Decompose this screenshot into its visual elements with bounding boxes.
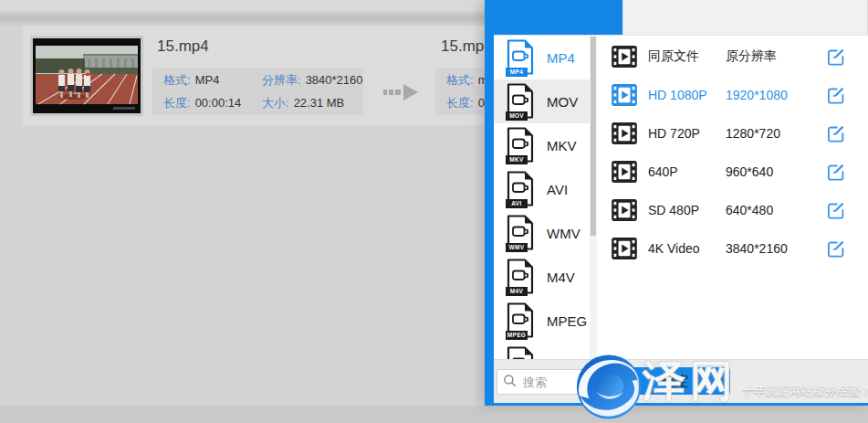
format-badge: MOV [506, 111, 528, 121]
format-badge: M4V [506, 287, 528, 296]
edit-icon[interactable] [826, 239, 845, 259]
film-strip-icon [612, 84, 637, 106]
format-badge: MKV [506, 155, 528, 164]
format-sidebar: MP4 MP4 MOV [494, 36, 597, 359]
format-label: MOV [547, 94, 578, 110]
info-field: 长度:00:00:14 [163, 95, 262, 111]
app-screen: 15.mp4 格式:MP4分辨率:3840*2160长度:00:00:14大小:… [0, 0, 868, 423]
popup-footer: 确定 [494, 359, 868, 403]
quality-row[interactable]: HD 1080P 1920*1080 [597, 76, 868, 114]
video-file-icon: M4V [506, 258, 535, 296]
popup-body: MP4 MP4 MOV [494, 36, 868, 359]
video-file-icon: MOV [506, 82, 535, 121]
format-item[interactable]: WMV WMV [494, 211, 597, 255]
format-label: M4V [547, 270, 575, 285]
quality-resolution: 3840*2160 [726, 241, 826, 256]
edit-icon[interactable] [826, 48, 845, 67]
film-strip-icon [612, 46, 637, 68]
source-file-title: 15.mp4 [157, 37, 209, 56]
format-badge: MP4 [506, 68, 528, 77]
format-tab[interactable] [622, 0, 867, 35]
format-label: WMV [547, 226, 580, 241]
quality-resolution: 960*640 [726, 164, 826, 179]
convert-arrow-icon [383, 82, 420, 106]
quality-row[interactable]: HD 720P 1280*720 [597, 114, 868, 153]
info-label: 长度: [163, 96, 191, 110]
format-label: AVI [547, 182, 568, 197]
format-item[interactable]: MPEG MPEG [494, 299, 597, 343]
format-badge: WMV [506, 243, 528, 252]
format-item[interactable] [494, 343, 597, 359]
video-file-icon: MKV [506, 126, 535, 164]
format-label: MP4 [547, 50, 575, 66]
format-item[interactable]: MKV MKV [494, 123, 597, 167]
edit-icon[interactable] [826, 201, 845, 220]
video-file-icon: WMV [506, 214, 535, 252]
thumbnail-image [33, 38, 141, 113]
film-strip-icon [612, 122, 637, 144]
info-field: 格式:MP4 [163, 72, 262, 89]
info-label: 大小: [262, 96, 289, 110]
video-file-icon: AVI [506, 170, 535, 208]
video-thumbnail [30, 36, 143, 116]
format-item[interactable]: M4V M4V [494, 255, 597, 299]
film-strip-icon [612, 199, 637, 221]
output-format-popup: MP4 MP4 MOV [485, 0, 868, 406]
search-box[interactable] [497, 369, 606, 395]
format-badge: MPEG [506, 331, 528, 340]
film-strip-icon [612, 161, 637, 183]
quality-row[interactable]: 同原文件 原分辨率 [597, 37, 868, 76]
info-field: 分辨率:3840*2160 [262, 72, 363, 89]
info-value: 00:00:14 [195, 96, 242, 110]
video-file-icon [506, 345, 535, 359]
format-tab[interactable] [494, 0, 622, 35]
quality-row[interactable]: 4K Video 3840*2160 [597, 229, 868, 268]
quality-name: 4K Video [648, 241, 726, 256]
format-label: MPEG [547, 313, 587, 329]
quality-resolution: 640*480 [726, 203, 826, 217]
quality-row[interactable]: SD 480P 640*480 [597, 191, 868, 229]
info-label: 格式: [163, 73, 191, 87]
quality-resolution: 原分辨率 [726, 48, 826, 65]
scrollbar-thumb[interactable] [591, 37, 596, 236]
quality-name: 640P [648, 164, 726, 179]
info-label: 分辨率: [262, 73, 301, 87]
format-label: MKV [547, 138, 577, 153]
video-file-icon: MP4 [506, 38, 535, 77]
window-bottom-strip [0, 406, 868, 423]
film-strip-icon [612, 238, 637, 259]
source-info-box: 格式:MP4分辨率:3840*2160长度:00:00:14大小:22.31 M… [152, 68, 363, 115]
format-item[interactable]: AVI AVI [494, 167, 597, 211]
edit-icon[interactable] [826, 163, 845, 182]
quality-resolution: 1280*720 [726, 126, 826, 141]
search-icon [503, 374, 517, 391]
quality-row[interactable]: 640P 960*640 [597, 153, 868, 191]
format-item[interactable]: MP4 MP4 [494, 36, 597, 79]
quality-name: SD 480P [648, 203, 726, 217]
quality-name: HD 1080P [648, 88, 726, 102]
video-file-icon: MPEG [506, 301, 535, 340]
confirm-button[interactable]: 确定 [622, 367, 730, 395]
info-value: 22.31 MB [294, 96, 345, 110]
edit-icon[interactable] [826, 124, 845, 143]
info-value: 3840*2160 [306, 73, 363, 87]
format-tabs [494, 0, 868, 36]
edit-icon[interactable] [826, 86, 845, 105]
format-badge: AVI [506, 199, 528, 208]
info-label: 格式: [446, 73, 474, 87]
quality-resolution: 1920*1080 [726, 88, 826, 102]
format-list: MP4 MP4 MOV [494, 36, 597, 359]
quality-list: 同原文件 原分辨率 [597, 36, 868, 359]
info-field: 大小:22.31 MB [262, 95, 363, 111]
format-item[interactable]: MOV MOV [494, 79, 597, 123]
quality-name: 同原文件 [648, 48, 726, 65]
quality-name: HD 720P [648, 126, 726, 141]
format-list-scrollbar[interactable] [590, 36, 597, 359]
info-label: 长度: [446, 96, 474, 110]
info-value: MP4 [195, 73, 220, 87]
search-input[interactable] [521, 375, 598, 390]
